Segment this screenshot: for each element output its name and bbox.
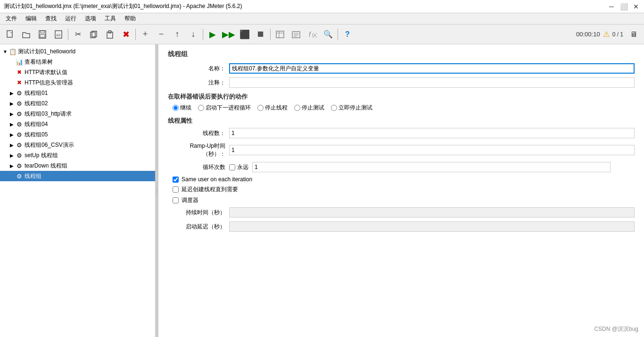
svg-rect-10 <box>276 31 284 38</box>
tree-label-results: 查看结果树 <box>25 58 53 66</box>
error-action-group: 继续 启动下一进程循环 停止线程 停止测试 立即停止测试 <box>168 104 635 112</box>
restore-button[interactable]: ⬜ <box>619 2 628 11</box>
help-button[interactable]: ? <box>340 27 355 42</box>
run-button[interactable]: ▶ <box>205 27 220 42</box>
collapse-button[interactable]: − <box>154 27 169 42</box>
templates-button[interactable] <box>272 27 288 42</box>
scheduler-checkbox[interactable] <box>173 197 179 203</box>
group06-icon: ⚙ <box>15 141 24 149</box>
expand-arrow-group01[interactable]: ▶ <box>8 90 15 96</box>
group03-icon: ⚙ <box>15 110 24 118</box>
expand-arrow-group04[interactable]: ▶ <box>8 121 15 127</box>
tree-item-threadgroup[interactable]: ⚙ 线程组 <box>0 171 155 181</box>
same-user-checkbox[interactable] <box>173 177 179 183</box>
expand-button[interactable]: + <box>138 27 153 42</box>
expand-arrow-root[interactable]: ▼ <box>2 48 8 55</box>
tree-label-setup: setUp 线程组 <box>25 152 58 160</box>
tree-item-setup[interactable]: ▶ ⚙ setUp 线程组 <box>0 150 155 160</box>
radio-stop-test-now-input[interactable] <box>331 105 337 111</box>
copy-button[interactable] <box>86 27 101 42</box>
tree-item-teardown[interactable]: ▶ ⚙ tearDown 线程组 <box>0 160 155 171</box>
forever-checkbox[interactable] <box>229 164 235 170</box>
tree-item-group01[interactable]: ▶ ⚙ 线程组01 <box>0 88 155 98</box>
shutdown-button[interactable]: ⏹ <box>253 27 268 42</box>
expand-arrow-setup[interactable]: ▶ <box>8 152 15 159</box>
expand-arrow-http-defaults <box>8 69 15 76</box>
radio-continue-input[interactable] <box>173 105 179 111</box>
tree-item-results[interactable]: 📊 查看结果树 <box>0 57 155 67</box>
expand-arrow-http-header <box>8 79 15 86</box>
menu-edit[interactable]: 编辑 <box>22 14 41 24</box>
radio-stop-test-now[interactable]: 立即停止测试 <box>331 104 372 112</box>
paste-button[interactable] <box>102 27 117 42</box>
radio-next-loop-input[interactable] <box>198 105 204 111</box>
radio-stop-test[interactable]: 停止测试 <box>294 104 324 112</box>
http-header-icon: ✖ <box>15 78 24 87</box>
startup-delay-input <box>229 221 635 232</box>
expand-arrow-group03[interactable]: ▶ <box>8 110 15 117</box>
tree-item-group03[interactable]: ▶ ⚙ 线程组03_http请求 <box>0 109 155 119</box>
arrow-down-button[interactable]: ↓ <box>186 27 201 42</box>
radio-continue[interactable]: 继续 <box>173 104 191 112</box>
radio-stop-test-input[interactable] <box>294 105 300 111</box>
resize-handle[interactable]: ⋮ <box>156 44 158 337</box>
menu-tools[interactable]: 工具 <box>101 14 120 24</box>
minimize-button[interactable]: ─ <box>607 2 616 11</box>
close-button[interactable]: ✕ <box>632 2 640 11</box>
search-button[interactable]: 🔍 <box>321 27 336 42</box>
saveas-button[interactable]: AS <box>51 27 66 42</box>
loop-row: 循环次数 永远 <box>168 162 635 172</box>
tree-label-http-defaults: HTTP请求默认值 <box>25 68 67 76</box>
tree-item-http-defaults[interactable]: ✖ HTTP请求默认值 <box>0 67 155 77</box>
log-viewer-button[interactable] <box>289 27 304 42</box>
thread-count-input[interactable] <box>229 128 635 138</box>
tree-label-group04: 线程组04 <box>25 120 48 128</box>
rampup-input[interactable] <box>229 145 635 155</box>
run-no-pause-button[interactable]: ▶▶ <box>221 27 236 42</box>
tree-panel: ▼ 📋 测试计划01_helloworld 📊 查看结果树 ✖ HTTP请求默认… <box>0 44 156 337</box>
thread-count-row: 线程数： <box>168 128 635 138</box>
tree-item-root[interactable]: ▼ 📋 测试计划01_helloworld <box>0 46 155 57</box>
comment-input[interactable] <box>229 77 635 88</box>
radio-stop-thread[interactable]: 停止线程 <box>257 104 288 112</box>
name-input[interactable] <box>229 63 635 74</box>
tree-item-group02[interactable]: ▶ ⚙ 线程组02 <box>0 98 155 109</box>
remote-server-button[interactable]: 🖥 <box>626 27 641 42</box>
svg-text:(x): (x) <box>312 33 317 38</box>
menu-help[interactable]: 帮助 <box>121 14 140 24</box>
tree-item-group06[interactable]: ▶ ⚙ 线程组06_CSV演示 <box>0 140 155 150</box>
radio-stop-thread-input[interactable] <box>257 105 264 111</box>
menu-find[interactable]: 查找 <box>41 14 60 24</box>
function-helper-button[interactable]: f(x) <box>305 27 320 42</box>
expand-arrow-group06[interactable]: ▶ <box>8 142 15 148</box>
toolbar: AS ✂ ✖ + − ↑ ↓ ▶ ▶▶ ⬛ ⏹ f(x) 🔍 ? 00:00:1… <box>0 25 644 44</box>
delay-create-checkbox[interactable] <box>173 186 179 193</box>
tree-item-group04[interactable]: ▶ ⚙ 线程组04 <box>0 119 155 129</box>
cut-button[interactable]: ✂ <box>70 27 85 42</box>
group04-icon: ⚙ <box>15 120 24 128</box>
tree-label-threadgroup: 线程组 <box>25 172 41 180</box>
menu-run[interactable]: 运行 <box>61 14 80 24</box>
arrow-up-button[interactable]: ↑ <box>170 27 185 42</box>
open-button[interactable] <box>19 27 34 42</box>
delete-button[interactable]: ✖ <box>118 27 133 42</box>
loop-count-input[interactable] <box>252 162 611 172</box>
tree-item-http-header[interactable]: ✖ HTTP信息头管理器 <box>0 77 155 88</box>
radio-next-loop[interactable]: 启动下一进程循环 <box>198 104 251 112</box>
save-button[interactable] <box>35 27 50 42</box>
stop-button[interactable]: ⬛ <box>237 27 252 42</box>
expand-arrow-group05[interactable]: ▶ <box>8 131 15 138</box>
tree-label-group01: 线程组01 <box>25 89 48 97</box>
expand-arrow-results <box>8 59 15 65</box>
menu-file[interactable]: 文件 <box>2 14 21 24</box>
expand-arrow-group02[interactable]: ▶ <box>8 100 15 107</box>
tree-item-group05[interactable]: ▶ ⚙ 线程组05 <box>0 129 155 140</box>
expand-arrow-teardown[interactable]: ▶ <box>8 162 15 169</box>
forever-label: 永远 <box>237 163 248 171</box>
threadgroup-icon: ⚙ <box>15 172 24 180</box>
new-button[interactable] <box>3 27 18 42</box>
group05-icon: ⚙ <box>15 130 24 139</box>
expand-arrow-threadgroup <box>8 173 15 179</box>
menu-options[interactable]: 选项 <box>81 14 100 24</box>
tree-label-group02: 线程组02 <box>25 100 48 108</box>
